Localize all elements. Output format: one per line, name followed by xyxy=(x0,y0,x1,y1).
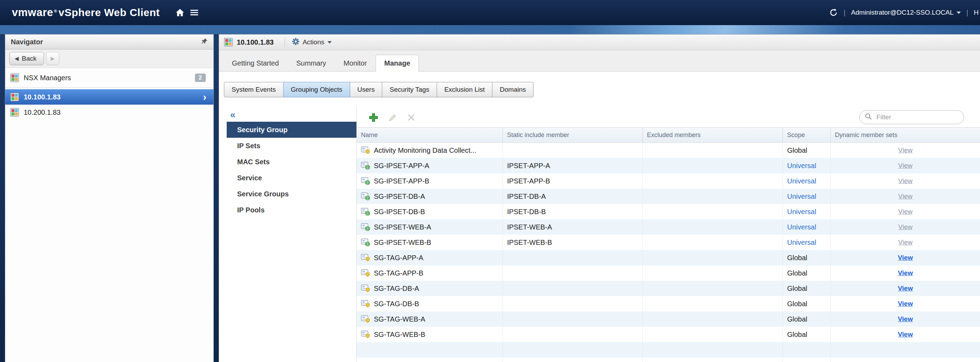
scope-cell: Universal xyxy=(783,219,831,235)
user-menu[interactable]: Administrator@DC12-SSO.LOCAL xyxy=(851,9,961,16)
sidebar-item-mac-sets[interactable]: MAC Sets xyxy=(227,154,356,170)
subtab-system-events[interactable]: System Events xyxy=(224,82,283,97)
view-link[interactable]: View xyxy=(898,254,913,262)
separator: | xyxy=(966,9,968,17)
view-link[interactable]: View xyxy=(898,284,913,292)
gear-icon xyxy=(292,38,299,47)
table-row[interactable]: SG-IPSET-APP-BIPSET-APP-BUniversalView xyxy=(357,173,980,189)
tab-manage[interactable]: Manage xyxy=(375,55,419,71)
view-link[interactable]: View xyxy=(898,192,913,200)
column-header-scope[interactable]: Scope xyxy=(783,128,831,142)
tab-getting-started[interactable]: Getting Started xyxy=(223,55,288,71)
table-row[interactable]: SG-IPSET-DB-BIPSET-DB-BUniversalView xyxy=(357,204,980,219)
sidebar-item-manager-10-200-1-83[interactable]: 10.200.1.83 xyxy=(5,105,213,120)
registered-mark: ® xyxy=(54,9,57,14)
security-group-ipset-icon xyxy=(361,238,370,246)
view-link[interactable]: View xyxy=(898,330,913,338)
static-include-cell: IPSET-APP-B xyxy=(503,173,643,189)
excluded-members-cell xyxy=(643,173,783,189)
nsx-manager-icon xyxy=(10,108,19,117)
user-menu-label: Administrator@DC12-SSO.LOCAL xyxy=(851,9,953,16)
tab-summary[interactable]: Summary xyxy=(288,55,335,71)
table-row[interactable]: SG-IPSET-WEB-AIPSET-WEB-AUniversalView xyxy=(357,219,980,235)
filter-input[interactable] xyxy=(876,113,959,121)
security-group-name: SG-TAG-DB-A xyxy=(374,284,419,292)
scope-cell: Global xyxy=(783,311,831,327)
column-header-dynamic-member-sets[interactable]: Dynamic member sets xyxy=(831,128,980,142)
separator: | xyxy=(844,9,845,17)
sidebar-collapse-row: « xyxy=(227,108,356,122)
table-row[interactable]: SG-IPSET-DB-AIPSET-DB-AUniversalView xyxy=(357,189,980,204)
top-bar: vmware ® vSphere Web Client | Administra… xyxy=(0,0,980,25)
subtab-users[interactable]: Users xyxy=(350,82,383,97)
excluded-members-cell xyxy=(643,235,783,250)
table-row[interactable]: SG-IPSET-APP-AIPSET-APP-AUniversalView xyxy=(357,158,980,173)
excluded-members-cell xyxy=(643,327,783,342)
view-link[interactable]: View xyxy=(898,269,913,277)
table-row[interactable]: SG-TAG-APP-BGlobalView xyxy=(357,265,980,281)
home-icon[interactable] xyxy=(175,8,185,17)
tab-monitor[interactable]: Monitor xyxy=(335,55,375,71)
subtab-grouping-objects[interactable]: Grouping Objects xyxy=(283,82,350,97)
security-group-name: SG-IPSET-DB-B xyxy=(374,208,425,216)
column-header-excluded-members[interactable]: Excluded members xyxy=(643,128,783,142)
vmware-logo: vmware ® vSphere Web Client xyxy=(12,6,160,19)
name-cell: SG-TAG-DB-A xyxy=(357,281,503,296)
static-include-cell xyxy=(503,327,643,342)
table-row[interactable]: SG-TAG-APP-AGlobalView xyxy=(357,250,980,265)
name-cell: SG-IPSET-DB-B xyxy=(357,204,503,219)
static-include-cell xyxy=(503,281,643,296)
table-row[interactable]: SG-IPSET-WEB-BIPSET-WEB-BUniversalView xyxy=(357,235,980,250)
navigator-history-bar: ◀ Back ▶ xyxy=(5,49,213,68)
subtab-security-tags[interactable]: Security Tags xyxy=(382,82,437,97)
grid-body: Activity Monitoring Data Collect...Globa… xyxy=(357,143,980,362)
add-security-group-button[interactable] xyxy=(369,113,379,122)
dynamic-member-sets-cell: View xyxy=(831,235,980,250)
sidebar-item-service[interactable]: Service xyxy=(227,170,356,186)
back-button[interactable]: ◀ Back xyxy=(10,52,44,65)
table-row[interactable]: SG-TAG-DB-BGlobalView xyxy=(357,296,980,311)
name-cell: SG-TAG-WEB-B xyxy=(357,327,503,342)
subtab-domains[interactable]: Domains xyxy=(492,82,534,97)
view-link[interactable]: View xyxy=(898,223,913,231)
sidebar-item-nsx-managers[interactable]: NSX Managers 2 xyxy=(5,70,213,86)
column-header-name[interactable]: Name xyxy=(357,128,503,142)
table-row[interactable]: SG-TAG-WEB-AGlobalView xyxy=(357,311,980,327)
subtab-exclusion-list[interactable]: Exclusion List xyxy=(437,82,492,97)
forward-button[interactable]: ▶ xyxy=(46,52,59,65)
static-include-cell xyxy=(503,143,643,158)
column-header-static-include-member[interactable]: Static include member xyxy=(503,128,643,142)
menu-list-icon[interactable] xyxy=(191,9,199,16)
edit-security-group-button[interactable] xyxy=(388,113,397,122)
sidebar-item-ip-pools[interactable]: IP Pools xyxy=(227,202,356,218)
view-link[interactable]: View xyxy=(898,238,913,246)
scope-cell: Global xyxy=(783,265,831,281)
sidebar-item-security-group[interactable]: Security Group xyxy=(227,122,356,138)
pin-icon[interactable] xyxy=(201,38,208,46)
scope-cell: Universal xyxy=(783,204,831,219)
dynamic-member-sets-cell: View xyxy=(831,327,980,342)
refresh-icon[interactable] xyxy=(829,8,838,17)
delete-security-group-button[interactable] xyxy=(407,113,415,122)
help-link[interactable]: H xyxy=(974,9,978,16)
table-row[interactable]: SG-TAG-WEB-BGlobalView xyxy=(357,327,980,342)
table-row[interactable]: SG-TAG-DB-AGlobalView xyxy=(357,281,980,296)
sidebar-item-manager-10-100-1-83[interactable]: 10.100.1.83 › xyxy=(5,89,213,105)
actions-menu-button[interactable]: Actions xyxy=(285,37,332,47)
excluded-members-cell xyxy=(643,143,783,158)
scope-cell: Universal xyxy=(783,173,831,189)
name-cell: SG-IPSET-WEB-B xyxy=(357,235,503,250)
chevron-down-icon xyxy=(328,41,332,44)
dynamic-member-sets-cell: View xyxy=(831,204,980,219)
sidebar-item-service-groups[interactable]: Service Groups xyxy=(227,186,356,202)
view-link[interactable]: View xyxy=(898,162,913,170)
view-link[interactable]: View xyxy=(898,146,913,154)
static-include-cell: IPSET-DB-A xyxy=(503,189,643,204)
view-link[interactable]: View xyxy=(898,208,913,216)
sidebar-item-ip-sets[interactable]: IP Sets xyxy=(227,138,356,154)
view-link[interactable]: View xyxy=(898,177,913,185)
table-row[interactable]: Activity Monitoring Data Collect...Globa… xyxy=(357,143,980,158)
view-link[interactable]: View xyxy=(898,300,913,308)
view-link[interactable]: View xyxy=(898,315,913,323)
collapse-panel-icon[interactable]: « xyxy=(230,110,235,120)
